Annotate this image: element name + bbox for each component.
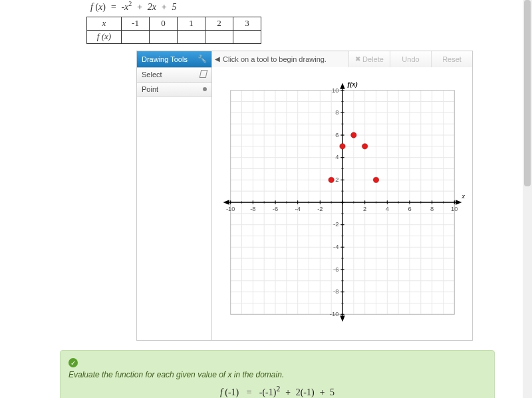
- svg-text:-6: -6: [333, 266, 338, 272]
- svg-marker-46: [223, 200, 229, 204]
- svg-text:6: 6: [335, 131, 338, 138]
- svg-point-139: [373, 177, 378, 182]
- svg-point-138: [362, 143, 367, 148]
- svg-point-136: [339, 143, 344, 148]
- scroll-thumb[interactable]: [524, 0, 531, 186]
- svg-text:2: 2: [363, 206, 366, 212]
- svg-text:4: 4: [385, 206, 388, 212]
- dot-icon: [203, 87, 207, 91]
- svg-text:-10: -10: [225, 206, 235, 212]
- table-row: x -1 0 1 2 3: [87, 17, 261, 30]
- caret-left-icon[interactable]: ◀: [212, 55, 223, 63]
- delete-button[interactable]: ✖Delete: [348, 51, 390, 67]
- svg-text:8: 8: [430, 206, 434, 212]
- tool-list: Select Point: [137, 67, 211, 340]
- th-x: x: [87, 17, 122, 30]
- svg-text:-6: -6: [272, 206, 277, 212]
- svg-text:-8: -8: [333, 288, 338, 295]
- table-row: f (x): [87, 30, 261, 43]
- svg-marker-48: [340, 315, 344, 321]
- feedback-text: Evaluate the function for each given val…: [68, 370, 486, 379]
- svg-text:x: x: [461, 192, 465, 200]
- svg-point-135: [328, 177, 333, 182]
- drawing-tools-label: Drawing Tools: [142, 55, 188, 63]
- undo-button[interactable]: Undo: [390, 51, 431, 67]
- svg-marker-45: [456, 200, 462, 204]
- svg-text:10: 10: [451, 206, 458, 212]
- cursor-icon: [200, 70, 207, 79]
- drawing-widget: Drawing Tools 🔧 ◀ Click on a tool to beg…: [136, 51, 473, 341]
- svg-point-137: [350, 132, 356, 137]
- svg-text:2: 2: [335, 176, 338, 183]
- value-table: x -1 0 1 2 3 f (x): [86, 17, 261, 44]
- wrench-icon[interactable]: 🔧: [198, 55, 207, 63]
- reset-button[interactable]: Reset: [431, 51, 472, 67]
- tool-select[interactable]: Select: [137, 67, 211, 82]
- close-icon: ✖: [355, 55, 360, 63]
- svg-text:6: 6: [408, 206, 411, 212]
- coordinate-plane[interactable]: -10-8-6-4-2246810-10-8-6-4-2246810xf(x): [218, 73, 467, 332]
- svg-text:10: 10: [331, 87, 338, 93]
- instruction-text: Click on a tool to begin drawing.: [223, 55, 348, 63]
- svg-text:-10: -10: [329, 311, 338, 317]
- svg-text:-2: -2: [317, 206, 323, 212]
- scrollbar[interactable]: [523, 0, 532, 398]
- svg-text:-4: -4: [333, 244, 338, 250]
- drawing-tools-header: Drawing Tools 🔧: [137, 51, 211, 67]
- feedback-panel: ✓ Evaluate the function for each given v…: [60, 350, 495, 398]
- check-icon: ✓: [68, 358, 78, 367]
- svg-text:f(x): f(x): [347, 81, 357, 89]
- function-equation: f (x) = -x2 + 2x + 5: [90, 0, 532, 13]
- th-fx: f (x): [87, 30, 122, 43]
- svg-text:-4: -4: [295, 206, 300, 212]
- svg-text:-2: -2: [333, 221, 338, 228]
- svg-text:8: 8: [335, 109, 338, 116]
- svg-text:-8: -8: [250, 206, 255, 212]
- svg-marker-47: [340, 83, 344, 89]
- feedback-equation: f (-1) = -(-1)2 + 2(-1) + 5: [68, 385, 486, 398]
- tool-point[interactable]: Point: [137, 82, 211, 97]
- svg-text:4: 4: [335, 154, 338, 160]
